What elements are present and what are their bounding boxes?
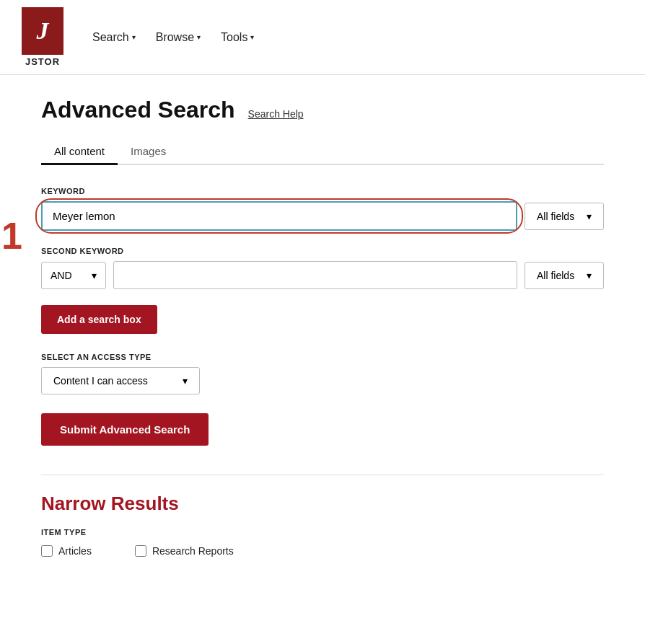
operator-dropdown[interactable]: AND ▾ bbox=[41, 262, 106, 289]
tools-chevron-icon: ▾ bbox=[250, 33, 254, 41]
nav-search-label: Search bbox=[92, 31, 129, 44]
logo-area: J JSTOR bbox=[22, 7, 63, 67]
search-form: 1 KEYWORD All fields ▾ SECOND KEYWORD AN… bbox=[41, 187, 604, 475]
keyword-row: All fields ▾ bbox=[41, 201, 604, 231]
articles-label: Articles bbox=[58, 545, 92, 557]
access-type-group: SELECT AN ACCESS TYPE Content I can acce… bbox=[41, 353, 604, 394]
narrow-results-section: Narrow Results ITEM TYPE Articles Resear… bbox=[41, 475, 604, 557]
keyword-input-wrap bbox=[41, 201, 517, 231]
second-fields-chevron-icon: ▾ bbox=[587, 270, 592, 281]
logo-letter: J bbox=[37, 17, 49, 45]
main-content: Advanced Search Search Help All content … bbox=[12, 75, 633, 578]
item-type-label: ITEM TYPE bbox=[41, 528, 604, 537]
second-keyword-fields-dropdown[interactable]: All fields ▾ bbox=[525, 262, 604, 289]
second-keyword-label: SECOND KEYWORD bbox=[41, 247, 604, 255]
submit-row: Submit Advanced Search bbox=[41, 413, 604, 475]
second-keyword-row: AND ▾ All fields ▾ bbox=[41, 261, 604, 289]
item-type-checkboxes: Articles Research Reports bbox=[41, 545, 604, 557]
access-type-dropdown[interactable]: Content I can access ▾ bbox=[41, 367, 200, 394]
keyword-input[interactable] bbox=[41, 201, 517, 231]
operator-chevron-icon: ▾ bbox=[92, 270, 97, 281]
access-type-value: Content I can access bbox=[53, 375, 148, 387]
add-search-box-button[interactable]: Add a search box bbox=[41, 305, 157, 334]
second-keyword-field-group: SECOND KEYWORD AND ▾ All fields ▾ bbox=[41, 247, 604, 289]
keyword-fields-label: All fields bbox=[537, 211, 574, 222]
jstor-logo[interactable]: J bbox=[22, 7, 63, 55]
access-type-chevron-icon: ▾ bbox=[183, 375, 188, 387]
header: J JSTOR Search ▾ Browse ▾ Tools ▾ bbox=[0, 0, 645, 75]
second-fields-label: All fields bbox=[537, 270, 574, 281]
page-title-row: Advanced Search Search Help bbox=[41, 97, 604, 123]
keyword-field-group: KEYWORD All fields ▾ bbox=[41, 187, 604, 231]
nav-tools[interactable]: Tools ▾ bbox=[214, 27, 261, 48]
second-keyword-input[interactable] bbox=[113, 261, 517, 289]
articles-checkbox[interactable] bbox=[41, 545, 53, 557]
main-nav: Search ▾ Browse ▾ Tools ▾ bbox=[85, 27, 261, 48]
research-reports-checkbox-item[interactable]: Research Reports bbox=[135, 545, 234, 557]
nav-browse[interactable]: Browse ▾ bbox=[149, 27, 208, 48]
keyword-fields-dropdown[interactable]: All fields ▾ bbox=[525, 203, 604, 230]
access-type-label: SELECT AN ACCESS TYPE bbox=[41, 353, 604, 361]
tab-images[interactable]: Images bbox=[118, 139, 179, 165]
research-reports-label: Research Reports bbox=[152, 545, 234, 557]
nav-browse-label: Browse bbox=[156, 31, 194, 44]
operator-label: AND bbox=[51, 270, 72, 281]
research-reports-checkbox[interactable] bbox=[135, 545, 146, 557]
keyword-label: KEYWORD bbox=[41, 187, 604, 195]
articles-checkbox-item[interactable]: Articles bbox=[41, 545, 92, 557]
keyword-fields-chevron-icon: ▾ bbox=[587, 211, 592, 222]
nav-search[interactable]: Search ▾ bbox=[85, 27, 143, 48]
page-title: Advanced Search bbox=[41, 97, 235, 123]
add-search-box-row: Add a search box bbox=[41, 305, 604, 353]
search-help-link[interactable]: Search Help bbox=[248, 108, 304, 120]
search-chevron-icon: ▾ bbox=[132, 33, 136, 41]
browse-chevron-icon: ▾ bbox=[197, 33, 201, 41]
narrow-results-title: Narrow Results bbox=[41, 475, 604, 515]
step-number: 1 bbox=[1, 214, 22, 257]
submit-advanced-search-button[interactable]: Submit Advanced Search bbox=[41, 413, 209, 446]
logo-name: JSTOR bbox=[25, 56, 60, 67]
nav-tools-label: Tools bbox=[221, 31, 247, 44]
tab-all-content[interactable]: All content bbox=[41, 139, 118, 165]
content-tabs: All content Images bbox=[41, 139, 604, 165]
